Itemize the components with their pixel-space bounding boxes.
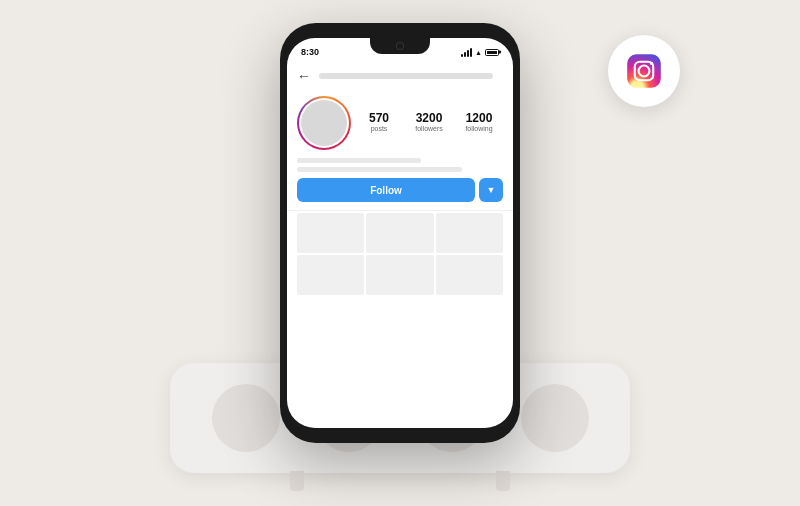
status-icons: ▲ bbox=[461, 48, 499, 57]
avatar-ring bbox=[297, 96, 351, 150]
posts-label: posts bbox=[371, 125, 388, 133]
svg-point-3 bbox=[650, 62, 653, 65]
posts-stat: 570 posts bbox=[359, 112, 399, 134]
grid-row-2 bbox=[297, 255, 503, 295]
phone-notch bbox=[370, 38, 430, 54]
bio-line-1 bbox=[297, 158, 421, 163]
grid-cell bbox=[297, 213, 364, 253]
back-arrow-icon[interactable]: ← bbox=[297, 68, 311, 84]
bottom-circle-4 bbox=[521, 384, 589, 452]
camera bbox=[396, 42, 404, 50]
wifi-icon: ▲ bbox=[475, 49, 482, 56]
avatar-inner bbox=[299, 98, 349, 148]
status-time: 8:30 bbox=[301, 47, 319, 57]
profile-section: 570 posts 3200 followers 1200 following bbox=[287, 90, 513, 305]
grid-divider bbox=[287, 210, 513, 211]
grid-cell bbox=[297, 255, 364, 295]
followers-label: followers bbox=[415, 125, 443, 133]
followers-stat: 3200 followers bbox=[409, 112, 449, 134]
following-label: following bbox=[465, 125, 492, 133]
avatar bbox=[301, 100, 347, 146]
follow-button[interactable]: Follow bbox=[297, 178, 475, 202]
bio-line-2 bbox=[297, 167, 462, 172]
following-count: 1200 bbox=[466, 112, 493, 125]
grid-cell bbox=[366, 213, 433, 253]
instagram-icon bbox=[623, 50, 665, 92]
phone: 8:30 ▲ bbox=[280, 23, 520, 443]
phone-inner: 8:30 ▲ bbox=[283, 26, 517, 440]
following-stat: 1200 following bbox=[459, 112, 499, 134]
grid-cell bbox=[366, 255, 433, 295]
instagram-badge bbox=[608, 35, 680, 107]
grid-cell bbox=[436, 213, 503, 253]
scene: 8:30 ▲ bbox=[140, 23, 660, 483]
phone-screen: 8:30 ▲ bbox=[287, 38, 513, 428]
signal-icon bbox=[461, 48, 472, 57]
bottom-circle-1 bbox=[212, 384, 280, 452]
stats-row: 570 posts 3200 followers 1200 following bbox=[359, 112, 503, 134]
followers-count: 3200 bbox=[416, 112, 443, 125]
dropdown-button[interactable]: ▼ bbox=[479, 178, 503, 202]
nav-bar: ← bbox=[287, 62, 513, 90]
posts-count: 570 bbox=[369, 112, 389, 125]
chevron-down-icon: ▼ bbox=[487, 185, 496, 195]
leg-left bbox=[290, 471, 304, 491]
follow-row: Follow ▼ bbox=[297, 178, 503, 202]
bottom-bar-legs bbox=[290, 471, 510, 491]
grid-row-1 bbox=[297, 213, 503, 253]
grid-cell bbox=[436, 255, 503, 295]
battery-icon bbox=[485, 49, 499, 56]
profile-top: 570 posts 3200 followers 1200 following bbox=[297, 96, 503, 150]
leg-right bbox=[496, 471, 510, 491]
nav-title-placeholder bbox=[319, 73, 493, 79]
svg-rect-0 bbox=[627, 54, 661, 88]
